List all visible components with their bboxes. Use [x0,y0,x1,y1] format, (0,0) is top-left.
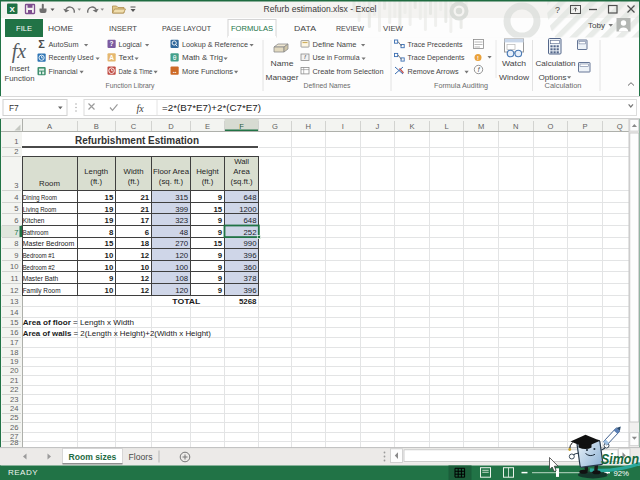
svg-text:10: 10 [105,263,114,272]
svg-text:9: 9 [218,216,223,225]
svg-text:4: 4 [14,193,18,202]
svg-text:1: 1 [14,137,18,146]
svg-text:15: 15 [105,239,114,248]
svg-text:Financial: Financial [49,67,78,76]
svg-text:fx: fx [12,40,27,63]
svg-text:9: 9 [218,228,223,237]
svg-text:8: 8 [109,228,114,237]
svg-text:X: X [10,5,16,14]
svg-text:..: .. [173,67,177,74]
svg-text:17: 17 [10,338,18,347]
svg-text:100: 100 [175,263,189,272]
svg-text:Text: Text [119,53,135,62]
svg-text:D: D [168,122,174,131]
svg-text:15: 15 [214,205,223,214]
svg-text:26: 26 [10,423,18,432]
svg-text:25: 25 [10,413,18,422]
svg-text:?: ? [555,5,560,15]
svg-text:Trace Precedents: Trace Precedents [408,40,463,49]
svg-text:Area of floor = Length x Width: Area of floor = Length x Width [23,318,134,327]
svg-text:396: 396 [243,251,256,260]
svg-text:Area of walls = 2(Length x Hei: Area of walls = 2(Length x Height)+2(Wid… [23,329,212,338]
svg-text:15: 15 [10,318,18,327]
svg-text:6: 6 [14,216,18,225]
svg-text:120: 120 [175,251,189,260]
svg-text:Manager: Manager [266,73,299,82]
svg-text:Floors: Floors [129,452,153,462]
svg-text:Logical: Logical [119,40,142,49]
svg-text:Room sizes: Room sizes [69,452,117,462]
svg-text:A: A [109,54,114,61]
svg-text:Width: Width [124,167,144,176]
svg-text:Calculation: Calculation [545,82,582,89]
svg-text:Use in Formula: Use in Formula [313,53,361,62]
svg-text:Defined Names: Defined Names [304,82,351,89]
svg-text:2: 2 [14,147,18,156]
svg-text:10: 10 [105,286,114,295]
svg-text:Create from Selection: Create from Selection [313,67,384,76]
svg-text:Length: Length [84,167,108,176]
svg-text:O: O [547,122,553,131]
svg-text:19: 19 [105,205,114,214]
svg-text:12: 12 [141,286,150,295]
svg-text:=2*(B7*E7)+2*(C7*E7): =2*(B7*E7)+2*(C7*E7) [162,103,261,113]
svg-text:10: 10 [10,262,18,271]
svg-text:Toby: Toby [588,21,605,30]
svg-text:Bedroom #1: Bedroom #1 [23,251,55,260]
svg-text:Refurbishment Estimation: Refurbishment Estimation [75,134,199,146]
svg-text:Family Room: Family Room [23,286,61,295]
svg-text:12: 12 [141,274,150,283]
svg-text:15: 15 [214,239,223,248]
svg-text:INSERT: INSERT [109,24,137,33]
svg-text:270: 270 [175,239,189,248]
svg-text:Define Name: Define Name [313,40,357,49]
svg-text:AutoSum: AutoSum [49,40,79,49]
svg-text:More Functions: More Functions [182,67,233,76]
svg-text:Room: Room [39,179,60,188]
svg-text:Function Library: Function Library [106,82,155,90]
svg-text:K: K [409,122,414,131]
svg-text:8: 8 [14,239,18,248]
svg-text:HOME: HOME [48,24,73,33]
svg-text:?: ? [110,40,114,47]
svg-text:18: 18 [141,239,150,248]
svg-text:Window: Window [499,73,529,82]
svg-text:Trace Dependents: Trace Dependents [408,53,465,62]
svg-text:Living Room: Living Room [23,205,57,214]
svg-text:FORMULAS: FORMULAS [231,24,273,33]
svg-text:17: 17 [141,216,150,225]
svg-text:323: 323 [175,216,188,225]
svg-text:9: 9 [14,251,18,260]
svg-text:Master Bath: Master Bath [23,274,59,283]
svg-text:15: 15 [105,193,114,202]
svg-text:9: 9 [218,263,223,272]
svg-text:F: F [239,122,244,131]
svg-text:14: 14 [10,308,18,317]
svg-text:18: 18 [10,348,18,357]
svg-text:16: 16 [10,328,18,337]
svg-text:648: 648 [243,193,256,202]
svg-text:Lookup & Reference: Lookup & Reference [182,40,248,49]
svg-text:23: 23 [10,395,18,404]
svg-text:TOTAL: TOTAL [172,297,200,306]
svg-text:Date & Time: Date & Time [119,67,153,76]
svg-text:9: 9 [218,286,223,295]
svg-text:Calculation: Calculation [536,59,576,68]
svg-text:J: J [376,122,380,131]
svg-text:10: 10 [141,263,150,272]
svg-text:C: C [131,122,137,131]
svg-text:22: 22 [10,385,18,394]
svg-text:!: ! [477,55,479,61]
svg-text:Formula Auditing: Formula Auditing [434,82,488,90]
svg-text:Function: Function [5,74,35,83]
svg-text:10: 10 [105,251,114,260]
svg-text:12: 12 [10,286,18,295]
svg-text:396: 396 [243,286,256,295]
svg-text:L: L [444,122,448,131]
svg-text:Recently Used: Recently Used [49,53,94,62]
svg-text:9: 9 [218,193,223,202]
svg-text:12: 12 [141,251,150,260]
svg-text:1200: 1200 [239,205,257,214]
svg-text:Watch: Watch [502,59,526,68]
svg-text:READY: READY [8,468,38,477]
